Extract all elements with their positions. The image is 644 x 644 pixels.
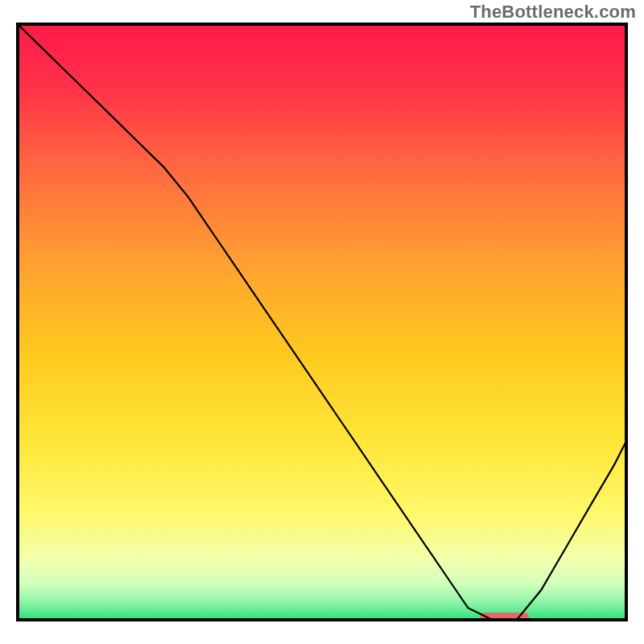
- watermark-text: TheBottleneck.com: [470, 2, 636, 23]
- bottleneck-chart: [0, 0, 644, 644]
- chart-stage: TheBottleneck.com: [0, 0, 644, 644]
